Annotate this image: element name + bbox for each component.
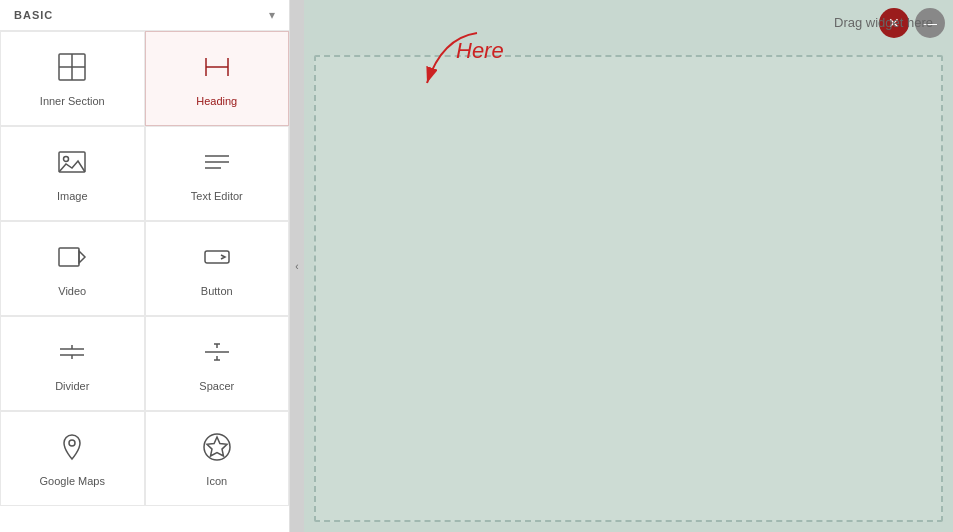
drop-zone[interactable] — [314, 55, 943, 522]
canvas-area: ✕ — Drag widget here — [304, 0, 953, 532]
svg-marker-25 — [207, 437, 227, 456]
widget-grid: Inner Section Heading Imag — [0, 31, 289, 506]
google-maps-label: Google Maps — [40, 475, 105, 487]
heading-label: Heading — [196, 95, 237, 107]
icon-widget-icon — [201, 431, 233, 467]
svg-marker-12 — [79, 251, 85, 263]
panel-header: BASIC ▾ — [0, 0, 289, 31]
inner-section-label: Inner Section — [40, 95, 105, 107]
image-icon — [56, 146, 88, 182]
divider-icon — [56, 336, 88, 372]
video-label: Video — [58, 285, 86, 297]
inner-section-icon — [56, 51, 88, 87]
widget-heading[interactable]: Heading — [145, 31, 290, 126]
widget-panel: BASIC ▾ Inner Section — [0, 0, 290, 532]
widget-spacer[interactable]: Spacer — [145, 316, 290, 411]
widget-image[interactable]: Image — [0, 126, 145, 221]
google-maps-icon — [56, 431, 88, 467]
widget-icon[interactable]: Icon — [145, 411, 290, 506]
button-icon — [201, 241, 233, 277]
svg-point-23 — [69, 440, 75, 446]
heading-icon — [201, 51, 233, 87]
widget-divider[interactable]: Divider — [0, 316, 145, 411]
svg-rect-6 — [59, 152, 85, 172]
video-icon — [56, 241, 88, 277]
collapse-arrow-icon: ‹ — [295, 261, 298, 272]
image-label: Image — [57, 190, 88, 202]
spacer-label: Spacer — [199, 380, 234, 392]
canvas-panel: ✕ — Drag widget here Here — [304, 0, 953, 532]
svg-rect-11 — [59, 248, 79, 266]
drag-widget-label: Drag widget here — [834, 15, 933, 30]
panel-title: BASIC — [14, 9, 53, 21]
svg-point-7 — [64, 156, 69, 161]
chevron-down-icon[interactable]: ▾ — [269, 8, 275, 22]
icon-widget-label: Icon — [206, 475, 227, 487]
divider-label: Divider — [55, 380, 89, 392]
widget-button[interactable]: Button — [145, 221, 290, 316]
widget-text-editor[interactable]: Text Editor — [145, 126, 290, 221]
widget-google-maps[interactable]: Google Maps — [0, 411, 145, 506]
button-label: Button — [201, 285, 233, 297]
widget-video[interactable]: Video — [0, 221, 145, 316]
panel-collapse-handle[interactable]: ‹ — [290, 0, 304, 532]
spacer-icon — [201, 336, 233, 372]
widget-inner-section[interactable]: Inner Section — [0, 31, 145, 126]
text-editor-label: Text Editor — [191, 190, 243, 202]
text-editor-icon — [201, 146, 233, 182]
